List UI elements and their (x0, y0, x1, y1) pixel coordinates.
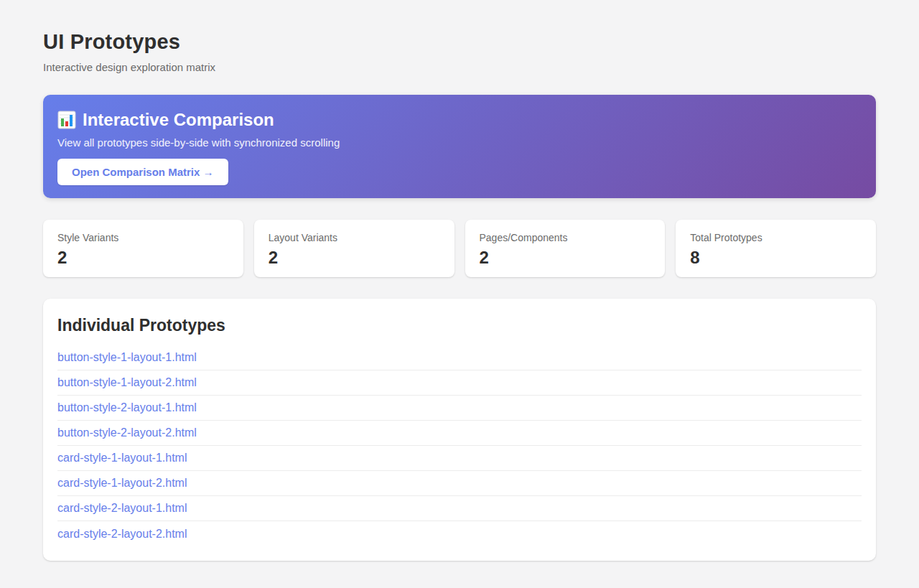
prototype-link[interactable]: button-style-2-layout-1.html (57, 401, 197, 414)
page-container: UI Prototypes Interactive design explora… (0, 0, 919, 588)
stat-value: 2 (269, 248, 440, 268)
stat-label: Total Prototypes (690, 232, 862, 243)
banner-title-text: Interactive Comparison (83, 110, 274, 130)
stat-label: Layout Variants (269, 232, 440, 243)
list-item: button-style-2-layout-1.html (57, 396, 862, 421)
prototype-link[interactable]: card-style-1-layout-1.html (57, 452, 187, 465)
stat-label: Style Variants (57, 232, 229, 243)
prototype-link[interactable]: button-style-1-layout-2.html (57, 376, 197, 389)
list-item: card-style-2-layout-1.html (57, 496, 862, 521)
prototype-link[interactable]: card-style-2-layout-2.html (57, 528, 187, 541)
stat-card-pages-components: Pages/Components 2 (465, 220, 666, 277)
prototype-link[interactable]: button-style-2-layout-2.html (57, 426, 197, 439)
individual-prototypes-card: Individual Prototypes button-style-1-lay… (43, 299, 876, 561)
prototype-link[interactable]: card-style-2-layout-1.html (57, 502, 187, 515)
prototype-link[interactable]: button-style-1-layout-1.html (57, 351, 197, 364)
stat-card-total-prototypes: Total Prototypes 8 (676, 220, 876, 277)
stat-label: Pages/Components (480, 232, 651, 243)
open-comparison-matrix-button[interactable]: Open Comparison Matrix → (57, 159, 228, 185)
stat-card-style-variants: Style Variants 2 (43, 220, 243, 277)
interactive-comparison-banner: Interactive Comparison View all prototyp… (43, 95, 876, 198)
list-item: card-style-1-layout-1.html (57, 446, 862, 471)
stats-row: Style Variants 2 Layout Variants 2 Pages… (43, 220, 876, 277)
stat-value: 8 (690, 248, 862, 268)
list-item: button-style-1-layout-2.html (57, 370, 862, 396)
prototype-list: button-style-1-layout-1.html button-styl… (57, 345, 862, 546)
list-item: card-style-2-layout-2.html (57, 521, 862, 546)
individual-prototypes-title: Individual Prototypes (57, 316, 862, 335)
stat-value: 2 (57, 248, 229, 268)
list-item: card-style-1-layout-2.html (57, 471, 862, 496)
stat-card-layout-variants: Layout Variants 2 (254, 220, 454, 277)
banner-description: View all prototypes side-by-side with sy… (57, 136, 862, 149)
page-title: UI Prototypes (43, 30, 876, 54)
stat-value: 2 (480, 248, 651, 268)
bar-chart-icon (57, 111, 76, 129)
list-item: button-style-1-layout-1.html (57, 345, 862, 370)
list-item: button-style-2-layout-2.html (57, 421, 862, 446)
banner-title: Interactive Comparison (57, 110, 862, 130)
page-subtitle: Interactive design exploration matrix (43, 61, 876, 73)
prototype-link[interactable]: card-style-1-layout-2.html (57, 477, 187, 490)
